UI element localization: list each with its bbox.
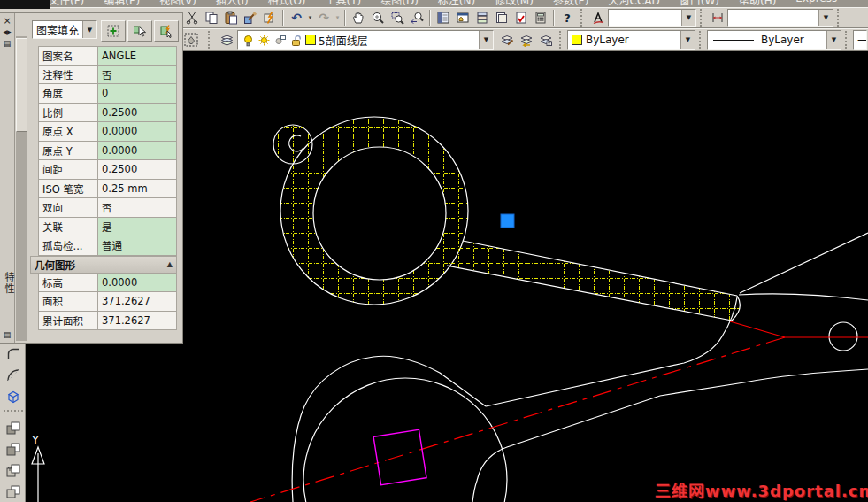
menu-file[interactable]: 文件(F) <box>49 0 84 7</box>
combo-arrow-icon[interactable]: ▼ <box>826 31 841 49</box>
property-row[interactable]: 比例0.2500 <box>38 104 177 123</box>
geometry-section-header[interactable]: 几何图形 ▲ <box>30 256 177 274</box>
property-row[interactable]: 孤岛检...普通 <box>38 236 177 256</box>
property-value[interactable]: 371.2627 <box>97 292 177 312</box>
paste-icon[interactable] <box>221 9 241 27</box>
menu-ccad[interactable]: 天河CCAD <box>609 0 660 7</box>
toggle-pickadd-button[interactable] <box>101 20 126 42</box>
selection-grip[interactable] <box>501 214 514 228</box>
combo-arrow-icon[interactable]: ▼ <box>82 21 96 38</box>
sheet-set-manager-icon[interactable] <box>492 9 511 27</box>
layer-freeze-viewport-icon[interactable] <box>273 34 287 47</box>
palette-scrollbar[interactable] <box>16 36 27 341</box>
menu-tools[interactable]: 工具(T) <box>326 0 362 7</box>
select-objects-button[interactable] <box>127 20 152 42</box>
layer-combo[interactable]: 5剖面线层 ▼ <box>237 30 494 50</box>
menu-edit[interactable]: 编辑(E) <box>104 0 140 7</box>
tool-palettes-icon[interactable] <box>472 9 492 27</box>
zoom-realtime-icon[interactable] <box>368 9 388 27</box>
property-row[interactable]: 双向否 <box>38 198 177 218</box>
help-icon[interactable]: ? <box>557 9 577 27</box>
property-row[interactable]: ISO 笔宽0.25 mm <box>38 180 177 199</box>
property-row[interactable]: 原点 X0.0000 <box>38 122 177 142</box>
property-row[interactable]: 面积371.2627 <box>38 292 177 312</box>
property-value[interactable]: 0.25 mm <box>97 180 177 199</box>
menu-express[interactable]: Express <box>795 0 837 7</box>
property-row[interactable]: 标高0.0000 <box>38 274 177 293</box>
layer-properties-manager-icon[interactable] <box>216 29 237 50</box>
design-center-icon[interactable] <box>453 9 472 27</box>
menu-parametric[interactable]: 参数(P) <box>553 0 589 7</box>
redo-icon[interactable]: ↷ <box>314 9 334 27</box>
properties-palette-icon[interactable] <box>434 9 453 27</box>
cut-icon[interactable] <box>182 9 202 27</box>
property-value[interactable]: 否 <box>97 198 177 218</box>
menu-window[interactable]: 窗口(W) <box>680 0 719 7</box>
property-row[interactable]: 原点 Y0.0000 <box>38 142 177 161</box>
auto-hide-icon[interactable]: ◀▶ <box>0 29 14 35</box>
undo-icon[interactable]: ↶ <box>287 9 306 27</box>
toolbar-grip[interactable] <box>4 410 23 417</box>
toolbar-grip[interactable] <box>580 9 585 27</box>
toolbar-grip[interactable] <box>700 9 704 27</box>
linetype-combo[interactable]: ByLayer ▼ <box>707 30 841 50</box>
scrollbar-thumb[interactable] <box>16 38 27 132</box>
property-value[interactable]: 0.0000 <box>97 274 177 293</box>
property-value[interactable]: 0 <box>97 84 177 104</box>
quick-select-button[interactable] <box>154 20 179 42</box>
property-row[interactable]: 角度0 <box>38 84 177 104</box>
undo-dropdown-icon[interactable]: ▾ <box>306 14 314 21</box>
menu-view[interactable]: 视图(V) <box>159 0 196 7</box>
combo-arrow-icon[interactable]: ▼ <box>818 10 833 26</box>
color-combo[interactable]: ByLayer ▼ <box>567 30 695 50</box>
property-row[interactable]: 注释性否 <box>38 66 177 85</box>
3d-box-icon[interactable] <box>3 386 24 407</box>
dim-style-combo[interactable]: ▼ <box>727 9 833 27</box>
menu-format[interactable]: 格式(O) <box>268 0 306 7</box>
magenta-box[interactable] <box>373 429 426 484</box>
markup-set-manager-icon[interactable] <box>511 9 531 27</box>
layer-on-bulb-icon[interactable] <box>242 34 255 47</box>
property-value[interactable]: ANGLE <box>97 46 177 66</box>
property-value[interactable]: 0.2500 <box>97 160 177 180</box>
property-value[interactable]: 371.2627 <box>97 312 177 331</box>
layer-match-icon[interactable] <box>497 31 517 49</box>
property-value[interactable]: 0.0000 <box>97 142 177 161</box>
match-properties-icon[interactable] <box>241 9 260 27</box>
quick-calc-icon[interactable] <box>531 9 550 27</box>
menu-draw[interactable]: 绘图(D) <box>380 0 419 7</box>
layer-unlock-icon[interactable] <box>289 34 303 47</box>
property-row[interactable]: 图案名ANGLE <box>38 46 177 66</box>
palette-title-bar[interactable]: × ◀▶ ▤ 特性 ▤ <box>0 13 15 343</box>
property-value[interactable]: 普通 <box>97 236 177 256</box>
layer-thaw-sun-icon[interactable] <box>257 34 271 47</box>
property-row[interactable]: 累计面积371.2627 <box>38 312 177 331</box>
zoom-window-icon[interactable] <box>388 9 407 27</box>
property-value[interactable]: 否 <box>97 66 177 85</box>
palette-menu-icon[interactable]: ▤ <box>0 40 14 48</box>
property-value[interactable]: 0.0000 <box>97 122 177 142</box>
fillet-icon[interactable] <box>3 344 24 365</box>
zoom-previous-icon[interactable] <box>407 9 426 27</box>
draw-order-back-icon[interactable] <box>3 439 24 460</box>
object-type-selector[interactable]: 图案填充 ▼ <box>32 20 97 39</box>
property-value[interactable]: 是 <box>97 218 177 237</box>
lineweight-combo[interactable]: — <box>853 30 867 50</box>
layer-states-manager-icon[interactable] <box>536 31 556 49</box>
pan-icon[interactable] <box>349 9 368 27</box>
combo-arrow-icon[interactable]: ▼ <box>479 31 493 49</box>
menu-help[interactable]: 帮助(H) <box>739 0 776 7</box>
combo-arrow-icon[interactable]: ▼ <box>680 31 695 49</box>
collapse-icon[interactable]: ▲ <box>167 260 173 268</box>
draw-order-above-icon[interactable] <box>3 460 24 482</box>
menu-dimension[interactable]: 标注(N) <box>438 0 475 7</box>
layer-previous-icon[interactable] <box>517 31 536 49</box>
toolbar-grip[interactable] <box>845 31 849 49</box>
property-row[interactable]: 间距0.2500 <box>38 160 177 180</box>
property-row[interactable]: 关联是 <box>38 218 177 237</box>
menu-modify[interactable]: 修改(M) <box>495 0 534 7</box>
toolbar-grip[interactable] <box>699 31 703 49</box>
toolbar-grip[interactable] <box>208 31 212 49</box>
close-icon[interactable]: × <box>0 16 14 26</box>
toolbar-grip[interactable] <box>837 9 841 27</box>
